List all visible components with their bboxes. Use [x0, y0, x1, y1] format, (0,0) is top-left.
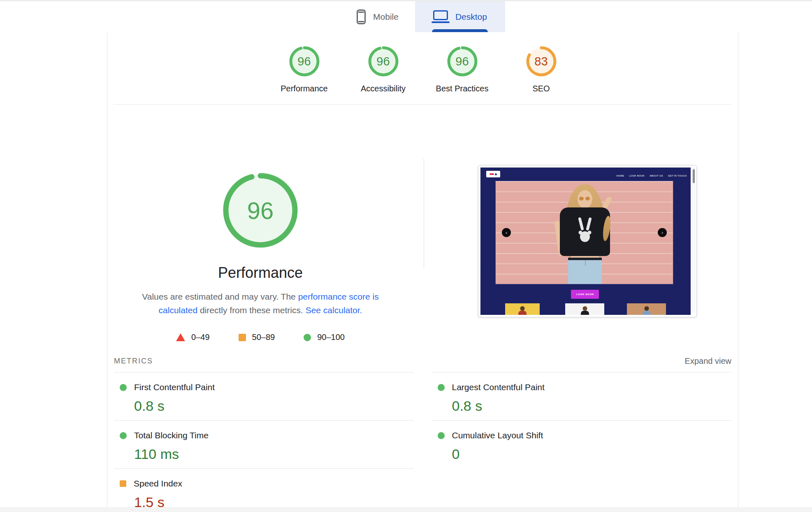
metric-label-row: Largest Contentful Paint: [438, 382, 732, 393]
desktop-laptop-icon: [433, 10, 448, 20]
metric-tbt: Total Blocking Time 110 ms: [114, 420, 414, 468]
metric-fcp: First Contentful Paint 0.8 s: [114, 372, 414, 420]
product-model-head: [582, 306, 587, 311]
site-nav-contact: GET IN TOUCH: [668, 175, 687, 177]
carousel-right-arrow: ›: [658, 228, 667, 237]
legend-poor: 0–49: [176, 333, 210, 342]
metric-label-row: Total Blocking Time: [120, 430, 414, 441]
metrics-columns: First Contentful Paint 0.8 s Total Block…: [107, 372, 738, 512]
pagespeed-report: Mobile Desktop 96 Performance: [0, 0, 812, 512]
metric-name: Total Blocking Time: [134, 430, 209, 441]
device-tabs: Mobile Desktop: [107, 1, 738, 32]
logo-pill: [490, 173, 494, 175]
lookbook-button: LOOK BOOK: [571, 290, 599, 299]
site-logo: [486, 171, 500, 177]
logo-dot: [495, 173, 497, 175]
site-screenshot-thumbnail[interactable]: HOME LOOK BOOK ABOUT US GET IN TOUCH: [478, 165, 697, 317]
metrics-right-column: Largest Contentful Paint 0.8 s Cumulativ…: [432, 372, 732, 512]
performance-gauge: 96: [289, 46, 320, 77]
skeleton-hand-graphic: [575, 217, 594, 244]
disclaimer-text: Values are estimated and may vary. The p…: [133, 290, 388, 317]
tab-mobile-label: Mobile: [373, 12, 399, 22]
see-calculator-link[interactable]: See calculator.: [306, 305, 362, 315]
tab-mobile[interactable]: Mobile: [340, 1, 415, 32]
category-seo[interactable]: 83 SEO: [502, 46, 581, 104]
active-tab-indicator: [432, 29, 488, 32]
tab-desktop[interactable]: Desktop: [415, 1, 505, 32]
product-card-1: [505, 303, 540, 315]
site-nav-lookbook: LOOK BOOK: [629, 175, 645, 177]
metric-name: Largest Contentful Paint: [452, 382, 545, 393]
metric-value: 0.8 s: [134, 398, 414, 414]
product-card-3: [627, 303, 666, 315]
metric-name: Cumulative Layout Shift: [452, 430, 543, 441]
vertical-divider: [424, 158, 424, 268]
site-nav-about: ABOUT US: [650, 175, 663, 177]
category-performance[interactable]: 96 Performance: [265, 46, 344, 104]
product-model-torso: [643, 311, 651, 315]
legend-poor-range: 0–49: [191, 333, 210, 342]
metric-cls: Cumulative Layout Shift 0: [432, 420, 732, 468]
metrics-header: METRICS Expand view: [107, 350, 738, 372]
best-practices-gauge: 96: [447, 46, 478, 77]
metric-label-row: Speed Index: [120, 478, 414, 489]
poor-triangle-icon: [176, 333, 185, 341]
seo-score: 83: [534, 55, 548, 68]
metric-label-row: Cumulative Layout Shift: [438, 430, 732, 441]
metric-name: Speed Index: [134, 478, 182, 489]
performance-summary: 96 Performance Values are estimated and …: [107, 105, 413, 342]
expand-view-button[interactable]: Expand view: [685, 356, 731, 366]
jeans-seam: [585, 260, 586, 266]
site-nav-home: HOME: [616, 175, 624, 177]
product-model-head: [520, 306, 525, 311]
average-square-icon: [239, 334, 246, 341]
good-circle-icon: [120, 384, 127, 391]
metric-value: 0.8 s: [452, 398, 732, 414]
performance-overview: 96 Performance Values are estimated and …: [107, 105, 738, 350]
legend-average: 50–89: [239, 333, 275, 342]
average-square-icon: [120, 480, 126, 487]
product-model-torso: [581, 311, 589, 315]
category-best-practices[interactable]: 96 Best Practices: [423, 46, 502, 104]
category-accessibility[interactable]: 96 Accessibility: [344, 46, 423, 104]
accessibility-gauge: 96: [368, 46, 399, 77]
legend-good: 90–100: [304, 333, 345, 342]
good-circle-icon: [438, 384, 445, 391]
scrollbar-thumb: [693, 169, 695, 183]
model-jeans: [568, 258, 602, 284]
bottom-page-edge: [0, 507, 812, 512]
disclaimer-part1: Values are estimated and may vary. The: [142, 292, 298, 301]
carousel-left-arrow: ‹: [502, 228, 511, 237]
good-circle-icon: [438, 432, 445, 439]
disclaimer-part2: directly from these metrics.: [197, 305, 306, 315]
product-model-head: [644, 306, 649, 311]
site-preview: HOME LOOK BOOK ABOUT US GET IN TOUCH: [480, 168, 691, 315]
metric-name: First Contentful Paint: [134, 382, 215, 393]
accessibility-label: Accessibility: [361, 84, 406, 93]
lookbook-button-label: LOOK BOOK: [576, 293, 594, 296]
performance-title: Performance: [107, 264, 413, 282]
report-card: 96 Performance 96 Accessibility: [107, 32, 738, 507]
product-model-torso: [518, 311, 527, 315]
product-card-2: [565, 303, 604, 315]
site-nav: HOME LOOK BOOK ABOUT US GET IN TOUCH: [616, 175, 687, 177]
legend-average-range: 50–89: [252, 333, 275, 342]
good-circle-icon: [304, 334, 311, 341]
mobile-phone-icon: [357, 9, 366, 24]
model-sunglasses: [579, 197, 584, 200]
performance-main-score: 96: [247, 197, 274, 224]
tab-desktop-label: Desktop: [455, 12, 487, 22]
category-scores-row: 96 Performance 96 Accessibility: [107, 32, 738, 104]
product-cards: [480, 303, 691, 315]
good-circle-icon: [120, 432, 127, 439]
best-practices-label: Best Practices: [436, 84, 489, 93]
metric-value: 110 ms: [134, 446, 414, 462]
accessibility-score: 96: [376, 55, 390, 68]
legend-good-range: 90–100: [317, 333, 345, 342]
metric-value: 0: [452, 446, 732, 462]
best-practices-score: 96: [455, 55, 469, 68]
score-legend: 0–49 50–89 90–100: [107, 333, 413, 342]
metrics-title: METRICS: [114, 357, 153, 365]
performance-main-gauge: 96: [221, 171, 299, 249]
performance-label: Performance: [281, 84, 328, 93]
